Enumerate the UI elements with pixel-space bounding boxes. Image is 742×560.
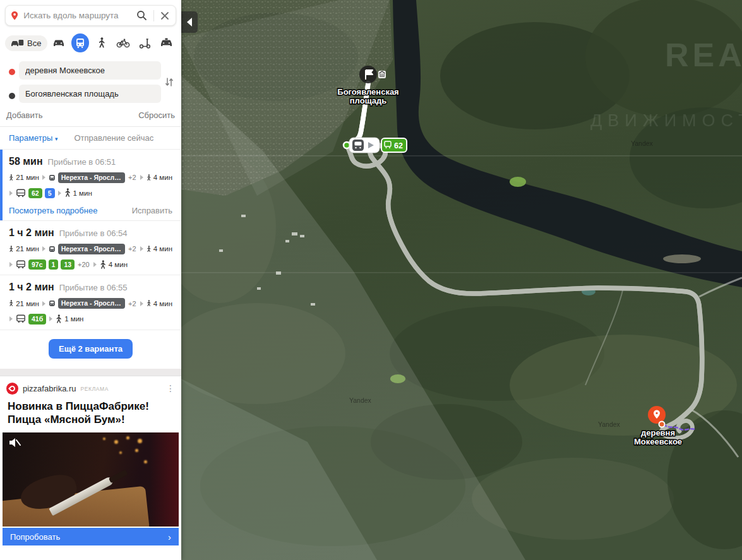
leg-separator-icon	[42, 301, 45, 306]
leg-separator-icon	[9, 262, 13, 267]
satellite-map: REALT ДВИЖИМОСТЬ	[181, 0, 742, 560]
walk-duration: 4 мин	[153, 174, 172, 181]
train-route-badge: Нерехта - Ярославль (д…	[58, 298, 125, 309]
reset-route-link[interactable]: Сбросить	[138, 110, 175, 120]
origin-label: Мокеевское	[634, 437, 682, 446]
vehicles-icon	[10, 39, 24, 47]
map-pin-icon	[11, 9, 18, 22]
swap-waypoints-icon[interactable]	[161, 61, 177, 103]
route-params-dropdown[interactable]: Параметры ▾	[9, 133, 57, 143]
search-input[interactable]	[23, 11, 135, 20]
route-legs-row: 97с 1 13 +20 4 мин	[9, 259, 172, 270]
search-icon[interactable]	[135, 9, 148, 22]
map-canvas[interactable]: REALT ДВИЖИМОСТЬ	[181, 0, 742, 560]
route-arrival: Прибытие в 06:55	[59, 283, 128, 292]
walk-duration: 21 мин	[16, 300, 39, 307]
route-option-3[interactable]: 1 ч 2 мин Прибытие в 06:55 21 мин Нерехт…	[0, 275, 181, 329]
bus-number-badge: 97с	[28, 259, 46, 270]
bus-stop-dot[interactable]	[344, 142, 350, 148]
walk-icon	[100, 260, 106, 270]
train-icon	[49, 173, 56, 182]
route-option-1[interactable]: 58 мин Прибытие в 06:51 21 мин Нерехта -…	[0, 149, 181, 220]
bus-outline-icon	[16, 260, 26, 269]
origin-dot	[9, 69, 15, 75]
mode-taxi-button[interactable]	[156, 33, 176, 52]
route-duration: 1 ч 2 мин	[9, 282, 54, 293]
ad-headline[interactable]: Новинка в ПиццаФабрике! Пицца «Мясной Бу…	[0, 397, 181, 433]
destination-label: Богоявленская	[337, 87, 398, 97]
bicycle-icon	[116, 39, 130, 48]
walk-icon	[9, 244, 13, 254]
muted-speaker-icon[interactable]	[8, 436, 21, 451]
route-option-2[interactable]: 1 ч 2 мин Прибытие в 06:54 21 мин Нерехт…	[0, 220, 181, 275]
leg-separator-icon	[9, 316, 13, 321]
fix-route-link[interactable]: Исправить	[132, 206, 172, 215]
car-icon	[52, 39, 66, 48]
walk-icon	[147, 299, 151, 308]
mode-scooter-button[interactable]	[135, 33, 155, 52]
train-route-badge: Нерехта - Ярославль (д…	[58, 244, 125, 254]
ad-label: РЕКЛАМА	[81, 386, 109, 392]
origin-exact-dot	[659, 422, 665, 427]
route-arrival: Прибытие в 06:54	[59, 229, 128, 238]
walk-icon	[64, 188, 71, 198]
transport-mode-row: Все	[0, 26, 181, 59]
svg-text:62: 62	[394, 141, 403, 150]
ad-cta-button[interactable]: Попробовать ›	[3, 528, 179, 545]
train-icon	[49, 299, 56, 308]
map-transit-stop-control[interactable]: 62	[349, 138, 407, 153]
ad-video[interactable]	[3, 432, 179, 527]
advertiser-domain[interactable]: pizzafabrika.ru	[23, 384, 76, 393]
ad-menu-icon[interactable]: ⋮	[166, 385, 175, 391]
leg-separator-icon	[49, 316, 52, 321]
route-legs-row: 62 5 1 мин	[9, 188, 172, 199]
walk-duration: 21 мин	[16, 245, 39, 253]
divider	[153, 10, 154, 21]
leg-separator-icon	[42, 175, 45, 180]
map-bus-badge[interactable]: 62	[381, 138, 407, 152]
view-details-link[interactable]: Посмотреть подробнее	[9, 206, 97, 215]
map-overlay-watermark: REALT	[665, 37, 742, 73]
leg-separator-icon	[58, 191, 61, 196]
train-route-badge: Нерехта - Ярославль (д…	[58, 172, 125, 183]
route-legs-row: 41б 1 мин	[9, 314, 172, 325]
yandex-maps-app: Все	[0, 0, 742, 560]
leg-separator-icon	[93, 262, 97, 267]
advertiser-logo	[6, 383, 18, 395]
bus-outline-icon	[16, 314, 26, 323]
add-waypoint-link[interactable]: Добавить	[6, 110, 42, 120]
chevron-right-icon: ›	[168, 532, 171, 542]
mode-bike-button[interactable]	[113, 33, 133, 52]
walk-duration: 1 мин	[73, 189, 92, 197]
leg-separator-icon	[140, 246, 143, 251]
walk-icon	[147, 173, 151, 182]
extra-trains-count: +2	[128, 300, 136, 307]
map-overlay-watermark: ДВИЖИМОСТЬ	[590, 111, 742, 130]
route-legs-row: 21 мин Нерехта - Ярославль (д… +2 4 мин	[9, 244, 172, 254]
mode-all-button[interactable]: Все	[5, 35, 47, 51]
bus-number-badge: 13	[61, 259, 75, 270]
sidebar-collapse-button[interactable]	[181, 11, 198, 33]
close-icon[interactable]	[159, 10, 171, 21]
bus-outline-icon	[16, 189, 26, 198]
section-divider	[0, 369, 181, 376]
yandex-watermark: Yandex	[598, 420, 621, 428]
departure-time-selector[interactable]: Отправление сейчас	[74, 133, 153, 143]
route-arrival: Прибытие в 06:51	[48, 157, 116, 167]
scooter-icon	[139, 38, 150, 49]
ad-card[interactable]: pizzafabrika.ru РЕКЛАМА ⋮ Новинка в Пицц…	[0, 376, 181, 546]
destination-dot	[9, 93, 15, 99]
route-legs-row: 21 мин Нерехта - Ярославль (д… +2 4 мин	[9, 298, 172, 309]
mode-transit-button-selected[interactable]	[71, 33, 89, 52]
mode-car-button[interactable]	[49, 33, 69, 52]
more-variants-button[interactable]: Ещё 2 варианта	[49, 339, 133, 359]
search-along-route-bar[interactable]	[5, 5, 176, 26]
origin-input[interactable]	[19, 61, 161, 80]
walk-icon	[56, 314, 62, 324]
destination-input[interactable]	[19, 85, 161, 103]
bus-number-badge: 62	[28, 188, 42, 199]
mode-walk-button[interactable]	[92, 33, 112, 52]
taxi-icon	[160, 38, 173, 48]
leg-separator-icon	[42, 246, 45, 251]
mode-all-label: Все	[27, 39, 41, 48]
